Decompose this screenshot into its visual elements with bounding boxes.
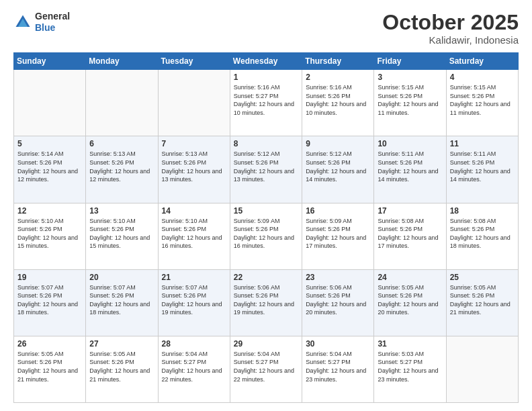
day-cell: 16Sunrise: 5:09 AMSunset: 5:26 PMDayligh…	[302, 203, 374, 269]
day-info: Sunrise: 5:16 AMSunset: 5:26 PMDaylight:…	[306, 83, 370, 117]
day-number: 3	[378, 73, 442, 82]
day-number: 12	[17, 206, 82, 216]
day-info: Sunrise: 5:13 AMSunset: 5:26 PMDaylight:…	[162, 150, 226, 183]
logo-icon	[13, 13, 32, 32]
header-tuesday: Tuesday	[158, 53, 230, 70]
day-cell: 24Sunrise: 5:05 AMSunset: 5:26 PMDayligh…	[374, 269, 446, 336]
day-info: Sunrise: 5:12 AMSunset: 5:26 PMDaylight:…	[306, 150, 370, 183]
day-number: 10	[378, 139, 442, 148]
day-number: 4	[450, 73, 515, 82]
day-number: 9	[306, 139, 370, 148]
day-number: 23	[306, 273, 370, 282]
day-number: 6	[89, 139, 154, 148]
day-info: Sunrise: 5:05 AMSunset: 5:26 PMDaylight:…	[17, 350, 82, 383]
day-cell: 23Sunrise: 5:06 AMSunset: 5:26 PMDayligh…	[302, 269, 374, 336]
day-cell: 14Sunrise: 5:10 AMSunset: 5:26 PMDayligh…	[158, 203, 230, 269]
logo-general: General	[35, 11, 70, 21]
day-info: Sunrise: 5:12 AMSunset: 5:26 PMDaylight:…	[234, 150, 298, 183]
day-cell: 13Sunrise: 5:10 AMSunset: 5:26 PMDayligh…	[86, 203, 158, 269]
day-cell: 26Sunrise: 5:05 AMSunset: 5:26 PMDayligh…	[14, 336, 86, 402]
day-info: Sunrise: 5:11 AMSunset: 5:26 PMDaylight:…	[378, 150, 442, 183]
day-number: 27	[89, 339, 154, 349]
day-number: 30	[306, 339, 370, 349]
day-cell: 4Sunrise: 5:15 AMSunset: 5:26 PMDaylight…	[446, 70, 518, 136]
day-number: 15	[234, 206, 298, 216]
day-info: Sunrise: 5:08 AMSunset: 5:26 PMDaylight:…	[450, 217, 515, 250]
day-number: 21	[162, 273, 226, 282]
day-info: Sunrise: 5:10 AMSunset: 5:26 PMDaylight:…	[17, 217, 82, 250]
day-number: 24	[378, 273, 442, 282]
day-info: Sunrise: 5:04 AMSunset: 5:27 PMDaylight:…	[162, 350, 226, 383]
day-cell: 6Sunrise: 5:13 AMSunset: 5:26 PMDaylight…	[86, 136, 158, 203]
day-cell: 8Sunrise: 5:12 AMSunset: 5:26 PMDaylight…	[230, 136, 302, 203]
logo-blue: Blue	[35, 22, 55, 33]
day-number: 13	[89, 206, 154, 216]
day-number: 28	[162, 339, 226, 349]
day-cell: 18Sunrise: 5:08 AMSunset: 5:26 PMDayligh…	[446, 203, 518, 269]
day-info: Sunrise: 5:07 AMSunset: 5:26 PMDaylight:…	[17, 283, 82, 317]
day-info: Sunrise: 5:15 AMSunset: 5:26 PMDaylight:…	[378, 83, 442, 117]
day-info: Sunrise: 5:16 AMSunset: 5:27 PMDaylight:…	[234, 83, 298, 117]
day-cell: 11Sunrise: 5:11 AMSunset: 5:26 PMDayligh…	[446, 136, 518, 203]
week-row-2: 5Sunrise: 5:14 AMSunset: 5:26 PMDaylight…	[14, 136, 519, 203]
day-number: 11	[450, 139, 515, 148]
page: General Blue October 2025 Kalidawir, Ind…	[0, 0, 532, 411]
day-info: Sunrise: 5:08 AMSunset: 5:26 PMDaylight:…	[378, 217, 442, 250]
day-number: 18	[450, 206, 515, 216]
location: Kalidawir, Indonesia	[382, 34, 519, 46]
day-cell: 28Sunrise: 5:04 AMSunset: 5:27 PMDayligh…	[158, 336, 230, 402]
week-row-3: 12Sunrise: 5:10 AMSunset: 5:26 PMDayligh…	[14, 203, 519, 269]
day-number: 16	[306, 206, 370, 216]
day-cell	[86, 70, 158, 136]
header-monday: Monday	[86, 53, 158, 70]
month-title: October 2025	[382, 11, 519, 34]
day-cell: 22Sunrise: 5:06 AMSunset: 5:26 PMDayligh…	[230, 269, 302, 336]
header-wednesday: Wednesday	[230, 53, 302, 70]
day-number: 19	[17, 273, 82, 282]
week-row-1: 1Sunrise: 5:16 AMSunset: 5:27 PMDaylight…	[14, 70, 519, 136]
day-number: 25	[450, 273, 515, 282]
day-cell: 29Sunrise: 5:04 AMSunset: 5:27 PMDayligh…	[230, 336, 302, 402]
day-number: 8	[234, 139, 298, 148]
day-number: 22	[234, 273, 298, 282]
day-info: Sunrise: 5:05 AMSunset: 5:26 PMDaylight:…	[450, 283, 515, 317]
day-cell: 5Sunrise: 5:14 AMSunset: 5:26 PMDaylight…	[14, 136, 86, 203]
day-info: Sunrise: 5:07 AMSunset: 5:26 PMDaylight:…	[89, 283, 154, 317]
day-cell: 2Sunrise: 5:16 AMSunset: 5:26 PMDaylight…	[302, 70, 374, 136]
day-info: Sunrise: 5:05 AMSunset: 5:26 PMDaylight:…	[378, 283, 442, 317]
day-cell: 27Sunrise: 5:05 AMSunset: 5:26 PMDayligh…	[86, 336, 158, 402]
day-number: 14	[162, 206, 226, 216]
logo: General Blue	[13, 11, 70, 34]
day-cell: 31Sunrise: 5:03 AMSunset: 5:27 PMDayligh…	[374, 336, 446, 402]
week-row-5: 26Sunrise: 5:05 AMSunset: 5:26 PMDayligh…	[14, 336, 519, 402]
day-info: Sunrise: 5:11 AMSunset: 5:26 PMDaylight:…	[450, 150, 515, 183]
day-info: Sunrise: 5:10 AMSunset: 5:26 PMDaylight:…	[162, 217, 226, 250]
logo-text: General Blue	[35, 11, 70, 34]
day-cell	[158, 70, 230, 136]
day-info: Sunrise: 5:06 AMSunset: 5:26 PMDaylight:…	[306, 283, 370, 317]
day-cell: 25Sunrise: 5:05 AMSunset: 5:26 PMDayligh…	[446, 269, 518, 336]
day-number: 26	[17, 339, 82, 349]
weekday-header-row: Sunday Monday Tuesday Wednesday Thursday…	[14, 53, 519, 70]
week-row-4: 19Sunrise: 5:07 AMSunset: 5:26 PMDayligh…	[14, 269, 519, 336]
day-info: Sunrise: 5:09 AMSunset: 5:26 PMDaylight:…	[234, 217, 298, 250]
header-thursday: Thursday	[302, 53, 374, 70]
day-number: 1	[234, 73, 298, 82]
day-info: Sunrise: 5:04 AMSunset: 5:27 PMDaylight:…	[234, 350, 298, 383]
day-number: 5	[17, 139, 82, 148]
day-info: Sunrise: 5:09 AMSunset: 5:26 PMDaylight:…	[306, 217, 370, 250]
day-number: 20	[89, 273, 154, 282]
day-cell: 21Sunrise: 5:07 AMSunset: 5:26 PMDayligh…	[158, 269, 230, 336]
day-cell: 17Sunrise: 5:08 AMSunset: 5:26 PMDayligh…	[374, 203, 446, 269]
day-cell: 19Sunrise: 5:07 AMSunset: 5:26 PMDayligh…	[14, 269, 86, 336]
day-info: Sunrise: 5:07 AMSunset: 5:26 PMDaylight:…	[162, 283, 226, 317]
calendar: Sunday Monday Tuesday Wednesday Thursday…	[13, 52, 519, 403]
day-number: 17	[378, 206, 442, 216]
day-cell: 12Sunrise: 5:10 AMSunset: 5:26 PMDayligh…	[14, 203, 86, 269]
day-number: 2	[306, 73, 370, 82]
day-number: 31	[378, 339, 442, 349]
header-friday: Friday	[374, 53, 446, 70]
header: General Blue October 2025 Kalidawir, Ind…	[13, 11, 519, 46]
day-cell: 20Sunrise: 5:07 AMSunset: 5:26 PMDayligh…	[86, 269, 158, 336]
day-info: Sunrise: 5:10 AMSunset: 5:26 PMDaylight:…	[89, 217, 154, 250]
